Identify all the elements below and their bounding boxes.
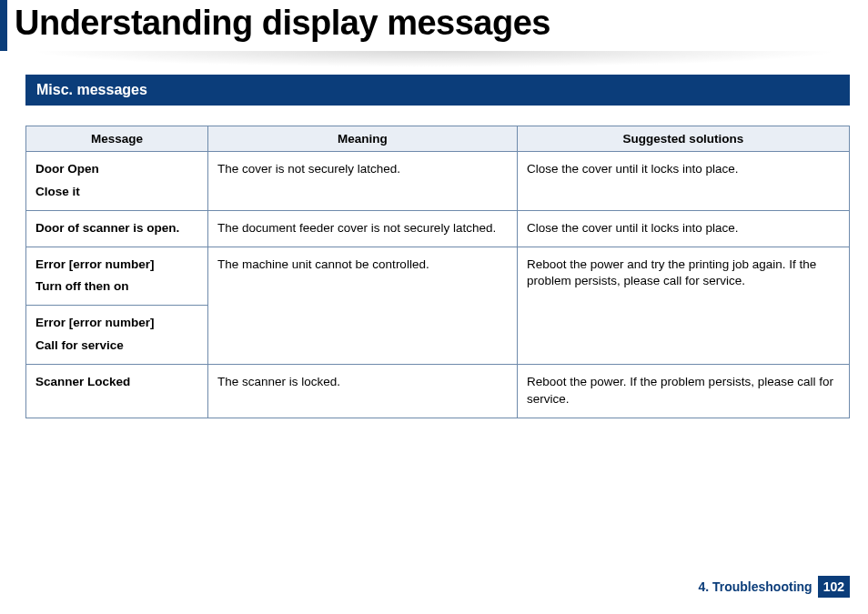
cell-solution: Close the cover until it locks into plac… [518,210,850,247]
cell-message: Door Open Close it [26,151,208,210]
cell-message: Scanner Locked [26,365,208,418]
cell-meaning: The scanner is locked. [208,365,518,418]
page-title: Understanding display messages [15,5,868,42]
message-line1: Door Open [35,162,99,176]
page-footer: 4. Troubleshooting 102 [698,576,850,598]
message-line2: Call for service [35,337,198,355]
table-row: Error [error number] Turn off then on Th… [26,247,850,306]
cell-solution: Reboot the power. If the problem persist… [518,365,850,418]
content-area: Misc. messages Message Meaning Suggested… [0,75,868,418]
table-row: Door of scanner is open. The document fe… [26,210,850,247]
table-row: Door Open Close it The cover is not secu… [26,151,850,210]
messages-table: Message Meaning Suggested solutions Door… [25,126,850,418]
footer-page-number: 102 [818,576,850,598]
cell-meaning: The document feeder cover is not securel… [208,210,518,247]
title-shadow [27,51,841,67]
page-title-wrap: Understanding display messages [0,0,868,51]
message-line1: Error [error number] [35,316,155,329]
message-line1: Door of scanner is open. [35,221,179,235]
message-line1: Error [error number] [35,257,155,271]
table-row: Scanner Locked The scanner is locked. Re… [26,365,850,418]
footer-chapter: 4. Troubleshooting [698,579,812,594]
message-line1: Scanner Locked [35,375,130,388]
message-line2: Close it [35,184,198,201]
col-header-solutions: Suggested solutions [518,126,850,151]
cell-message: Error [error number] Call for service [26,306,208,365]
section-heading: Misc. messages [25,75,850,106]
cell-solution: Close the cover until it locks into plac… [518,151,850,210]
message-line2: Turn off then on [35,278,198,296]
cell-meaning: The machine unit cannot be controlled. [208,247,518,365]
cell-message: Error [error number] Turn off then on [26,247,208,306]
cell-message: Door of scanner is open. [26,210,208,247]
table-header-row: Message Meaning Suggested solutions [26,126,850,151]
cell-solution: Reboot the power and try the printing jo… [518,247,850,365]
cell-meaning: The cover is not securely latched. [208,151,518,210]
col-header-message: Message [26,126,208,151]
col-header-meaning: Meaning [208,126,518,151]
